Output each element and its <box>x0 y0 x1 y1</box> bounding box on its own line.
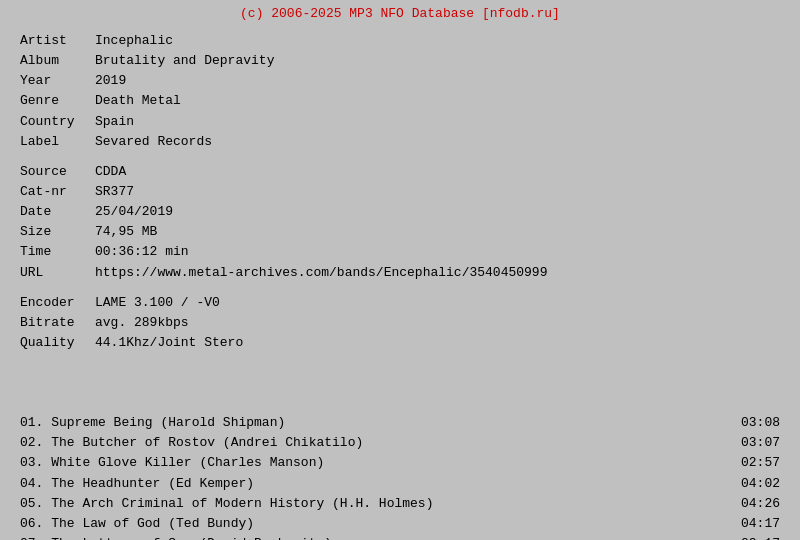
track-title: 03. White Glove Killer (Charles Manson) <box>20 453 720 473</box>
date-value: 25/04/2019 <box>95 202 780 222</box>
track-duration: 04:17 <box>720 514 780 534</box>
track-title: 01. Supreme Being (Harold Shipman) <box>20 413 720 433</box>
time-row: Time 00:36:12 min <box>20 242 780 262</box>
size-row: Size 74,95 MB <box>20 222 780 242</box>
quality-row: Quality 44.1Khz/Joint Stero <box>20 333 780 353</box>
page: (c) 2006-2025 MP3 NFO Database [nfodb.ru… <box>0 0 800 540</box>
track-title: 05. The Arch Criminal of Modern History … <box>20 494 720 514</box>
label-value: Sevared Records <box>95 132 780 152</box>
track-duration: 03:07 <box>720 433 780 453</box>
track-duration: 04:26 <box>720 494 780 514</box>
encoder-row: Encoder LAME 3.100 / -V0 <box>20 293 780 313</box>
track-row: 02. The Butcher of Rostov (Andrei Chikat… <box>20 433 780 453</box>
encoder-value: LAME 3.100 / -V0 <box>95 293 780 313</box>
album-row: Album Brutality and Depravity <box>20 51 780 71</box>
url-label: URL <box>20 263 95 283</box>
album-label: Album <box>20 51 95 71</box>
artist-row: Artist Incephalic <box>20 31 780 51</box>
catnr-label: Cat-nr <box>20 182 95 202</box>
url-row: URL https://www.metal-archives.com/bands… <box>20 263 780 283</box>
quality-label: Quality <box>20 333 95 353</box>
track-row: 04. The Headhunter (Ed Kemper)04:02 <box>20 474 780 494</box>
artist-value: Incephalic <box>95 31 780 51</box>
country-value: Spain <box>95 112 780 132</box>
track-row: 01. Supreme Being (Harold Shipman)03:08 <box>20 413 780 433</box>
source-row: Source CDDA <box>20 162 780 182</box>
tracklist: 01. Supreme Being (Harold Shipman)03:080… <box>20 413 780 540</box>
track-row: 03. White Glove Killer (Charles Manson)0… <box>20 453 780 473</box>
genre-label: Genre <box>20 91 95 111</box>
year-value: 2019 <box>95 71 780 91</box>
catnr-row: Cat-nr SR377 <box>20 182 780 202</box>
track-duration: 04:02 <box>720 474 780 494</box>
catnr-value: SR377 <box>95 182 780 202</box>
header-text: (c) 2006-2025 MP3 NFO Database [nfodb.ru… <box>240 6 560 21</box>
time-value: 00:36:12 min <box>95 242 780 262</box>
source-label: Source <box>20 162 95 182</box>
track-duration: 02:57 <box>720 453 780 473</box>
year-label: Year <box>20 71 95 91</box>
country-label: Country <box>20 112 95 132</box>
bitrate-label: Bitrate <box>20 313 95 333</box>
country-row: Country Spain <box>20 112 780 132</box>
track-title: 04. The Headhunter (Ed Kemper) <box>20 474 720 494</box>
track-duration: 03:17 <box>720 534 780 540</box>
label-row: Label Sevared Records <box>20 132 780 152</box>
track-duration: 03:08 <box>720 413 780 433</box>
album-value: Brutality and Depravity <box>95 51 780 71</box>
bitrate-row: Bitrate avg. 289kbps <box>20 313 780 333</box>
info-table: Artist Incephalic Album Brutality and De… <box>20 31 780 353</box>
size-value: 74,95 MB <box>95 222 780 242</box>
label-label: Label <box>20 132 95 152</box>
encoder-label: Encoder <box>20 293 95 313</box>
date-row: Date 25/04/2019 <box>20 202 780 222</box>
header: (c) 2006-2025 MP3 NFO Database [nfodb.ru… <box>20 6 780 21</box>
genre-value: Death Metal <box>95 91 780 111</box>
artist-label: Artist <box>20 31 95 51</box>
track-row: 07. The Letters of Sam (David Berkowitz)… <box>20 534 780 540</box>
year-row: Year 2019 <box>20 71 780 91</box>
track-title: 07. The Letters of Sam (David Berkowitz) <box>20 534 720 540</box>
size-label: Size <box>20 222 95 242</box>
track-row: 06. The Law of God (Ted Bundy)04:17 <box>20 514 780 534</box>
quality-value: 44.1Khz/Joint Stero <box>95 333 780 353</box>
track-row: 05. The Arch Criminal of Modern History … <box>20 494 780 514</box>
source-value: CDDA <box>95 162 780 182</box>
track-title: 02. The Butcher of Rostov (Andrei Chikat… <box>20 433 720 453</box>
date-label: Date <box>20 202 95 222</box>
bitrate-value: avg. 289kbps <box>95 313 780 333</box>
track-title: 06. The Law of God (Ted Bundy) <box>20 514 720 534</box>
time-label: Time <box>20 242 95 262</box>
url-value: https://www.metal-archives.com/bands/Enc… <box>95 263 780 283</box>
genre-row: Genre Death Metal <box>20 91 780 111</box>
